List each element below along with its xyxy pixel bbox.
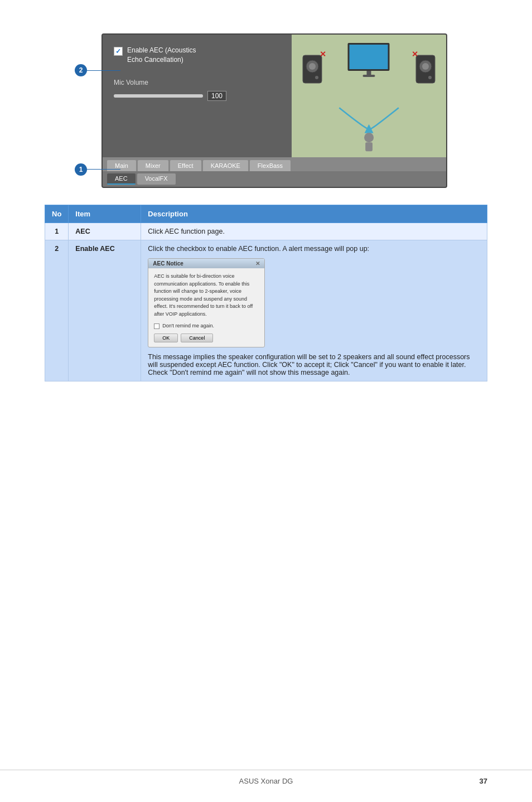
aec-dialog-body: AEC is suitable for bi-direction voice c… [148, 268, 264, 347]
table-row: 1 AEC Click AEC function page. [45, 223, 487, 240]
svg-point-2 [309, 63, 316, 70]
aec-checkbox[interactable] [114, 47, 123, 56]
screenshot-wrapper: 2 1 Enable AEC (AcousticsEcho Cancellati… [85, 33, 447, 188]
diagram-panel: ✕ ✕ [292, 35, 446, 157]
tab-main[interactable]: Main [107, 160, 136, 171]
footer-page-number: 37 [480, 777, 487, 785]
footer-title: ASUS Xonar DG [0, 777, 532, 785]
col-item: Item [69, 205, 141, 223]
monitor-stand [366, 71, 371, 75]
screenshot-main-area: Enable AEC (AcousticsEcho Cancellation) … [103, 35, 446, 157]
col-description: Description [141, 205, 487, 223]
right-speaker: ✕ [415, 54, 436, 87]
screenshot-section: 2 1 Enable AEC (AcousticsEcho Cancellati… [45, 33, 487, 188]
svg-point-7 [428, 76, 432, 79]
slider-fill [114, 94, 203, 98]
dont-remind-checkbox[interactable] [154, 323, 159, 329]
mic-volume-section: Mic Volume 100 [114, 79, 280, 101]
aec-dialog-buttons: OK Cancel [154, 334, 259, 342]
svg-point-8 [364, 133, 374, 142]
aec-dialog-checkbox-row: Don't remind me again. [154, 322, 259, 330]
callout-line-1 [87, 169, 120, 170]
aec-cancel-button[interactable]: Cancel [181, 334, 213, 342]
aec-notice-dialog: AEC Notice ✕ AEC is suitable for bi-dire… [148, 258, 265, 347]
row2-no: 2 [45, 240, 69, 381]
table-header: No Item Description [45, 205, 487, 223]
svg-rect-9 [365, 142, 373, 151]
row1-no: 1 [45, 223, 69, 240]
aec-ok-button[interactable]: OK [154, 334, 178, 342]
row2-description: Click the checkbox to enable AEC functio… [141, 240, 487, 381]
aec-dialog-close-button[interactable]: ✕ [255, 260, 260, 267]
tab-flexbass[interactable]: FlexBass [250, 160, 291, 171]
tab-effect[interactable]: Effect [170, 160, 201, 171]
svg-point-6 [422, 63, 429, 70]
callout-line-2 [87, 70, 120, 71]
dont-remind-label: Don't remind me again. [162, 322, 214, 330]
mic-volume-slider-row: 100 [114, 91, 280, 101]
bottom-bar: AEC VocalFX [103, 171, 446, 187]
col-no: No [45, 205, 69, 223]
left-speaker: ✕ [302, 54, 323, 87]
aec-settings-panel: Enable AEC (AcousticsEcho Cancellation) … [103, 35, 292, 157]
tab-vocalfx[interactable]: VocalFX [137, 173, 176, 185]
callout-1: 1 [75, 163, 87, 176]
aec-dialog-text: AEC is suitable for bi-direction voice c… [154, 273, 259, 318]
aec-dialog-title-text: AEC Notice [153, 260, 183, 267]
tab-aec[interactable]: AEC [107, 173, 136, 185]
svg-point-3 [315, 76, 318, 79]
callout-2: 2 [75, 64, 87, 76]
app-screenshot: Enable AEC (AcousticsEcho Cancellation) … [101, 33, 447, 188]
table-body: 1 AEC Click AEC function page. 2 Enable … [45, 223, 487, 381]
row2-desc-intro: Click the checkbox to enable AEC functio… [148, 245, 480, 253]
table-row: 2 Enable AEC Click the checkbox to enabl… [45, 240, 487, 381]
tab-karaoke[interactable]: KARAOKE [203, 160, 248, 171]
info-table: No Item Description 1 AEC Click AEC func… [45, 205, 487, 381]
row1-item: AEC [69, 223, 141, 240]
row2-item: Enable AEC [69, 240, 141, 381]
enable-aec-row: Enable AEC (AcousticsEcho Cancellation) [114, 46, 280, 65]
page-footer: ASUS Xonar DG 37 [0, 770, 532, 785]
aec-dialog-title-bar: AEC Notice ✕ [148, 259, 264, 268]
tab-mixer[interactable]: Mixer [138, 160, 168, 171]
mic-volume-value: 100 [207, 91, 226, 101]
aec-checkbox-label: Enable AEC (AcousticsEcho Cancellation) [127, 46, 196, 65]
monitor-screen [348, 43, 390, 71]
mic-volume-slider[interactable] [114, 94, 203, 98]
monitor-base [362, 75, 375, 77]
row1-description: Click AEC function page. [141, 223, 487, 240]
row2-desc-footer: This message implies the speaker configu… [148, 353, 480, 376]
tab-bar: Main Mixer Effect KARAOKE FlexBass [103, 157, 446, 171]
mic-volume-label: Mic Volume [114, 79, 280, 86]
